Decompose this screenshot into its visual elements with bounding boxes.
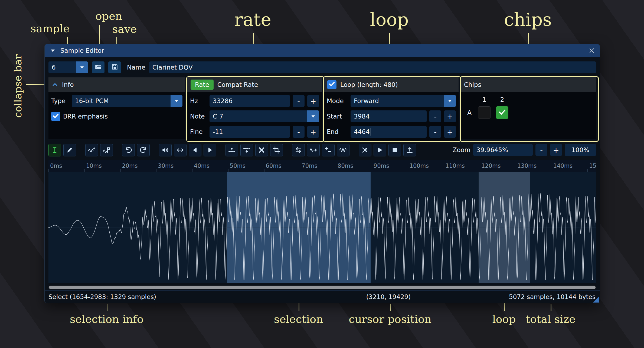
zoom-input[interactable]: 39.9645% xyxy=(473,144,533,156)
triangle-right-icon xyxy=(206,146,214,154)
ruler-tick xyxy=(192,169,192,172)
resample-button[interactable] xyxy=(85,144,98,156)
ruler-label: 100ms xyxy=(410,163,429,169)
crossfade-button[interactable] xyxy=(359,144,371,156)
ruler-label: 140ms xyxy=(553,163,573,169)
normalize-button[interactable] xyxy=(307,144,320,156)
mode-select[interactable]: Forward xyxy=(351,95,456,107)
loop-checkbox[interactable] xyxy=(327,80,336,89)
note-value[interactable]: C-7 xyxy=(210,110,307,122)
waveform-view[interactable] xyxy=(48,172,596,283)
edit-cursor-button[interactable] xyxy=(48,144,61,156)
status-cursor-position: (3210, 19429) xyxy=(366,293,411,300)
brr-emphasis-checkbox[interactable] xyxy=(51,112,60,121)
waveform-scrollbar[interactable] xyxy=(48,285,596,289)
ruler-label: 40ms xyxy=(194,163,210,169)
check-icon xyxy=(52,112,59,120)
close-icon[interactable] xyxy=(589,47,595,54)
collapse-triangle-icon[interactable] xyxy=(50,47,56,54)
zoom-in-button[interactable]: + xyxy=(550,144,562,156)
import-button[interactable] xyxy=(403,144,416,156)
window-resize-grip[interactable] xyxy=(593,297,599,303)
save-button[interactable] xyxy=(108,61,121,73)
pencil-icon xyxy=(66,146,73,154)
scrollbar-thumb[interactable] xyxy=(49,286,596,289)
play-sample-button[interactable] xyxy=(374,144,386,156)
stop-sample-button[interactable] xyxy=(388,144,401,156)
type-value[interactable]: 16-bit PCM xyxy=(72,95,171,107)
crossed-arrows-icon xyxy=(361,146,369,154)
filter-button[interactable] xyxy=(337,144,349,156)
open-button[interactable] xyxy=(92,61,104,73)
annotation-rate: rate xyxy=(234,9,271,30)
crop-icon xyxy=(273,146,280,154)
chips-panel: Chips 1 2 A xyxy=(461,77,596,139)
rate-button[interactable]: Rate xyxy=(191,80,214,90)
loop-end-minus-button[interactable]: - xyxy=(429,126,441,138)
silence-min-button[interactable] xyxy=(225,144,238,156)
undo-button[interactable] xyxy=(122,144,135,156)
fine-plus-button[interactable]: + xyxy=(307,126,319,138)
loop-end-input[interactable]: 4464 xyxy=(351,126,427,138)
ruler-tick xyxy=(264,169,264,172)
chevron-down-icon[interactable] xyxy=(76,61,88,73)
create-wavetable-button[interactable] xyxy=(100,144,113,156)
chip-a-1-checkbox[interactable] xyxy=(478,106,491,119)
hz-minus-button[interactable]: - xyxy=(293,95,305,107)
fine-minus-button[interactable]: - xyxy=(293,126,305,138)
plus-minus-icon xyxy=(325,146,332,154)
ruler-tick xyxy=(372,169,372,172)
play-forward-button[interactable] xyxy=(204,144,216,156)
sample-slot-value[interactable]: 6 xyxy=(48,61,76,73)
ruler-tick xyxy=(516,169,516,172)
amplify-button[interactable] xyxy=(322,144,335,156)
zoom-label: Zoom xyxy=(453,146,470,153)
zoom-reset-button[interactable]: 100% xyxy=(565,144,596,156)
fine-input[interactable]: -11 xyxy=(210,126,290,138)
annotation-sample: sample xyxy=(31,22,70,35)
loop-start-plus-button[interactable]: + xyxy=(444,110,456,122)
folder-open-icon xyxy=(95,63,102,71)
delete-button[interactable] xyxy=(255,144,268,156)
draw-button[interactable] xyxy=(63,144,76,156)
ruler-label: 60ms xyxy=(266,163,282,169)
loop-start-minus-button[interactable]: - xyxy=(429,110,441,122)
sample-name-input[interactable]: Clarinet DQV xyxy=(149,61,596,73)
chevron-down-icon[interactable] xyxy=(307,110,319,122)
annotation-line-selection-info xyxy=(107,304,107,311)
loop-end-plus-button[interactable]: + xyxy=(444,126,456,138)
type-select[interactable]: 16-bit PCM xyxy=(72,95,182,107)
hz-plus-button[interactable]: + xyxy=(307,95,319,107)
chevron-up-icon[interactable] xyxy=(52,81,58,88)
sample-slot-select[interactable]: 6 xyxy=(48,61,88,73)
silence-max-button[interactable] xyxy=(240,144,253,156)
ruler-tick xyxy=(408,169,408,172)
stretch-button[interactable] xyxy=(174,144,187,156)
loop-start-input[interactable]: 3984 xyxy=(351,110,427,122)
ruler-label: 70ms xyxy=(302,163,317,169)
trim-button[interactable] xyxy=(270,144,283,156)
redo-button[interactable] xyxy=(137,144,150,156)
ruler-label: 0ms xyxy=(50,163,62,169)
annotation-cursor-position: cursor position xyxy=(349,313,431,325)
waveform-trace xyxy=(48,172,596,283)
zoom-out-button[interactable]: - xyxy=(535,144,547,156)
chevron-down-icon[interactable] xyxy=(444,95,456,107)
status-total-size: 5072 samples, 10144 bytes xyxy=(509,293,596,300)
mode-value[interactable]: Forward xyxy=(351,95,444,107)
note-label: Note xyxy=(190,113,207,120)
window-title: Sample Editor xyxy=(60,47,104,54)
reverse-button[interactable] xyxy=(292,144,305,156)
ruler-tick xyxy=(84,169,85,172)
ruler-label: 110ms xyxy=(445,163,465,169)
hz-input[interactable]: 33286 xyxy=(210,95,290,107)
preview-button[interactable] xyxy=(159,144,172,156)
play-backward-button[interactable] xyxy=(189,144,201,156)
annotation-line-cursor-position xyxy=(390,304,391,311)
text-caret xyxy=(371,128,371,136)
check-icon xyxy=(328,80,335,89)
note-select[interactable]: C-7 xyxy=(210,110,319,122)
chip-a-2-checkbox[interactable] xyxy=(496,106,508,119)
chevron-down-icon[interactable] xyxy=(171,95,182,107)
time-ruler[interactable]: 0ms10ms20ms30ms40ms50ms60ms70ms80ms90ms1… xyxy=(48,160,596,172)
